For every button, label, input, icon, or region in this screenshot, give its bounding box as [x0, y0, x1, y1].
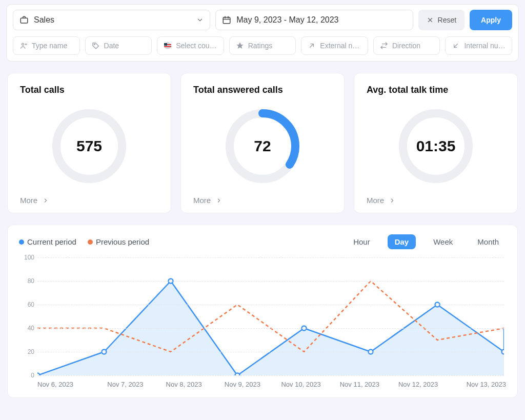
close-icon — [427, 16, 434, 24]
y-tick: 80 — [19, 277, 34, 285]
chart-plot: 020406080100 — [37, 257, 504, 375]
svg-rect-0 — [21, 18, 28, 23]
y-tick: 20 — [19, 348, 34, 355]
x-tick: Nov 7, 2023 — [96, 381, 154, 388]
filter-row-main: Sales May 9, 2023 - May 12, 2023 Reset A… — [13, 10, 512, 30]
y-tick: 40 — [19, 325, 34, 332]
more-label: More — [20, 196, 37, 205]
filter-date[interactable]: Date — [85, 36, 152, 55]
briefcase-icon — [19, 15, 29, 25]
arrow-out-icon — [308, 42, 316, 50]
kpi-cards-row: Total calls 575 More Total answered call… — [7, 73, 518, 213]
svg-rect-12 — [164, 43, 167, 46]
x-tick: Nov 8, 2023 — [155, 381, 213, 388]
chart-x-axis: Nov 6, 2023Nov 7, 2023Nov 8, 2023Nov 9, … — [37, 381, 506, 388]
more-link[interactable]: More — [20, 190, 158, 205]
dot-icon — [19, 239, 24, 245]
card-avg-talk-time: Avg. total talk time 01:35 More — [354, 73, 518, 213]
group-select[interactable]: Sales — [13, 10, 210, 30]
card-title: Total answered calls — [193, 85, 332, 95]
x-tick: Nov 9, 2023 — [213, 381, 272, 388]
group-select-value: Sales — [34, 15, 54, 25]
chevron-right-icon — [43, 197, 49, 204]
gauge: 575 — [20, 103, 158, 190]
card-title: Avg. total talk time — [367, 85, 505, 95]
filter-label: Direction — [392, 42, 420, 50]
chevron-right-icon — [216, 197, 222, 204]
filter-label: Internal num... — [464, 42, 506, 50]
swap-icon — [380, 42, 388, 50]
filter-label: Type name — [32, 42, 67, 50]
more-label: More — [367, 196, 384, 205]
flag-us-icon — [164, 42, 172, 50]
granularity-hour[interactable]: Hour — [346, 234, 377, 249]
card-title: Total calls — [20, 85, 158, 95]
more-link[interactable]: More — [193, 190, 332, 205]
svg-rect-11 — [164, 46, 171, 47]
granularity-toggle: Hour Day Week Month — [346, 234, 506, 249]
granularity-month[interactable]: Month — [470, 234, 506, 249]
star-icon — [236, 42, 244, 50]
tag-icon — [92, 42, 100, 50]
y-tick: 0 — [19, 372, 34, 379]
x-tick: Nov 6, 2023 — [37, 381, 96, 388]
legend-item-previous: Previous period — [88, 237, 149, 246]
svg-line-14 — [310, 44, 314, 48]
svg-rect-1 — [224, 17, 231, 24]
gauge: 01:35 — [367, 103, 505, 190]
calendar-icon — [222, 15, 231, 25]
filter-bar: Sales May 9, 2023 - May 12, 2023 Reset A… — [6, 4, 519, 62]
dot-icon — [88, 239, 93, 245]
filter-label: External num.. — [320, 42, 361, 50]
filter-ratings[interactable]: Ratings — [229, 36, 296, 55]
x-tick: Nov 13, 2023 — [448, 381, 506, 388]
y-tick: 60 — [19, 301, 34, 308]
chevron-down-icon — [196, 16, 204, 24]
granularity-week[interactable]: Week — [426, 234, 460, 249]
apply-label: Apply — [481, 16, 501, 24]
filter-label: Date — [104, 42, 119, 50]
filter-direction[interactable]: Direction — [373, 36, 440, 55]
svg-line-17 — [454, 44, 458, 48]
chart-legend: Current period Previous period — [19, 237, 149, 246]
card-value: 01:35 — [395, 105, 477, 187]
more-link[interactable]: More — [367, 190, 505, 205]
y-tick: 100 — [19, 254, 34, 261]
filter-external-number[interactable]: External num.. — [301, 36, 368, 55]
filter-label: Ratings — [248, 42, 272, 50]
x-tick: Nov 10, 2023 — [272, 381, 330, 388]
x-tick: Nov 11, 2023 — [330, 381, 389, 388]
svg-point-8 — [94, 44, 95, 45]
card-value: 575 — [48, 105, 130, 187]
granularity-day[interactable]: Day — [388, 234, 416, 249]
chevron-right-icon — [389, 197, 395, 204]
filter-label: Select country — [176, 42, 217, 50]
filter-internal-number[interactable]: Internal num... — [445, 36, 512, 55]
legend-item-current: Current period — [19, 237, 76, 246]
svg-marker-13 — [236, 42, 243, 49]
svg-point-7 — [22, 43, 24, 45]
x-tick: Nov 12, 2023 — [389, 381, 448, 388]
date-range-value: May 9, 2023 - May 12, 2023 — [236, 15, 338, 25]
apply-button[interactable]: Apply — [470, 10, 512, 30]
card-total-calls: Total calls 575 More — [7, 73, 171, 213]
filter-row-chips: Type name Date Select country Ratings Ex… — [13, 36, 512, 55]
date-range-select[interactable]: May 9, 2023 - May 12, 2023 — [215, 10, 413, 30]
card-value: 72 — [221, 105, 304, 187]
more-label: More — [193, 196, 211, 205]
chart-card: Current period Previous period Hour Day … — [7, 225, 518, 398]
filter-country[interactable]: Select country — [157, 36, 224, 55]
arrow-in-icon — [452, 42, 460, 50]
filter-type-name[interactable]: Type name — [13, 36, 80, 55]
chart-header: Current period Previous period Hour Day … — [19, 234, 506, 249]
reset-label: Reset — [438, 16, 457, 24]
gauge: 72 — [193, 103, 332, 190]
card-answered-calls: Total answered calls 72 More — [180, 73, 345, 213]
reset-button[interactable]: Reset — [418, 10, 465, 30]
user-icon — [19, 42, 28, 50]
